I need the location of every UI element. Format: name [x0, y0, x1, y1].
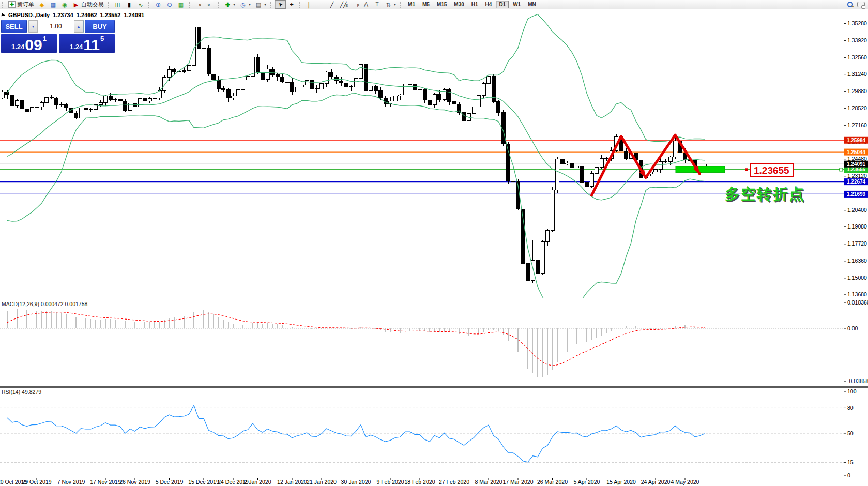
new-order-button-label: 新订单 [17, 1, 34, 8]
new-order-button[interactable]: ✚新订单 [6, 0, 36, 9]
timeframe-h4[interactable]: H4 [482, 1, 495, 8]
price-badge-1.25984: 1.25984 [844, 137, 868, 144]
svg-text:1.24091: 1.24091 [847, 161, 866, 167]
price-callout[interactable]: 1.23655 [750, 163, 794, 177]
candlestick-chart-button[interactable]: ▮ [124, 0, 135, 9]
signal-icon: ◉ [61, 1, 68, 8]
indicators-button[interactable]: ✚▾ [222, 0, 237, 9]
price-badge-1.22674: 1.22674 [844, 178, 868, 185]
chart-title: GBPUSD-,Daily 1.23734 1.24662 1.23552 1.… [2, 12, 144, 18]
dropdown-caret-icon: ▾ [264, 2, 266, 7]
sell-quote[interactable]: 1.24 09 1 [1, 34, 57, 53]
search-icon[interactable] [847, 2, 853, 7]
svg-text:1.13680: 1.13680 [847, 291, 867, 297]
volume-up-button[interactable]: ▲ [74, 20, 83, 33]
volume-down-button[interactable]: ▼ [28, 20, 38, 33]
equidistant-channel-button[interactable]: ╱╱E [338, 0, 349, 9]
horizontal-line-button[interactable]: ─ [315, 0, 326, 9]
chart-canvas[interactable]: 1.352801.339201.325601.312401.298801.285… [0, 9, 868, 486]
sell-button[interactable]: SELL [1, 20, 27, 33]
shapes-icon: ⇅ [385, 1, 392, 8]
chart-area[interactable]: GBPUSD-,Daily 1.23734 1.24662 1.23552 1.… [0, 9, 868, 486]
svg-text:0: 0 [847, 472, 850, 478]
macd-value-signal: 0.001758 [65, 301, 88, 307]
timeframe-m15[interactable]: M15 [434, 1, 450, 8]
textA-icon: A [362, 1, 370, 8]
toolbar-grip [299, 2, 302, 8]
ohlc-close: 1.24091 [124, 12, 144, 18]
svg-text:100: 100 [847, 388, 857, 394]
fibo-icon: ┄F [351, 1, 358, 8]
arrows-button[interactable]: ⇅▾ [383, 0, 398, 9]
date-label: 29 Oct 2019 [22, 479, 51, 485]
clock-icon: ◷ [239, 1, 247, 8]
chart-shift-button[interactable]: ⇤ [204, 0, 216, 9]
zoomout-icon: ⊖ [166, 1, 173, 8]
hline-anchor-handle[interactable] [840, 168, 843, 171]
annotation-text[interactable]: 多空转折点 [725, 184, 805, 205]
support-zone-bar[interactable] [676, 166, 725, 173]
sell-price-base: 1.24 [11, 43, 24, 51]
signals-button[interactable]: ◉ [59, 0, 70, 9]
svg-text:1.33920: 1.33920 [847, 37, 867, 43]
buy-button[interactable]: BUY [85, 20, 115, 33]
metaeditor-button[interactable]: ◆ [36, 0, 48, 9]
timeframe-w1[interactable]: W1 [510, 1, 524, 8]
volume-value[interactable]: 1.00 [38, 20, 74, 33]
channel-icon: ╱╱E [340, 1, 347, 8]
svg-text:1.29880: 1.29880 [847, 88, 867, 94]
vertical-line-button[interactable]: │ [303, 0, 315, 9]
chart-corner-icon [1, 13, 5, 17]
auto-scroll-button[interactable]: ⇥ [193, 0, 204, 9]
text-label-button[interactable]: T [372, 0, 383, 9]
templates-button[interactable]: ▤▾ [253, 0, 268, 9]
chat-icon[interactable] [857, 2, 865, 7]
zoom-in-button[interactable]: ⊕ [153, 0, 164, 9]
buy-quote[interactable]: 1.24 11 5 [59, 34, 115, 53]
new-order-icon: ✚ [8, 1, 16, 8]
play-icon: ▶ [72, 1, 80, 8]
date-label: 17 Nov 2019 [90, 479, 121, 485]
date-axis[interactable]: 20 Oct 201929 Oct 20197 Nov 201917 Nov 2… [0, 478, 699, 485]
autotrading-button[interactable]: ▶自动交易 [70, 0, 106, 9]
bar-chart-button[interactable]: ||| [112, 0, 124, 9]
buy-price-point: 5 [100, 35, 104, 42]
date-label: 21 Jan 2020 [307, 479, 337, 485]
zoom-out-button[interactable]: ⊖ [164, 0, 175, 9]
cursor-button[interactable]: ➤ [275, 0, 286, 9]
toolbar-grip [108, 2, 111, 8]
svg-text:1.25984: 1.25984 [847, 138, 866, 143]
timeframe-m5[interactable]: M5 [419, 1, 433, 8]
timeframe-mn[interactable]: MN [525, 1, 539, 8]
date-label: 30 Jan 2020 [341, 479, 371, 485]
timeframe-m1[interactable]: M1 [405, 1, 418, 8]
template-icon: ▤ [255, 1, 262, 8]
crosshair-button[interactable]: + [286, 0, 297, 9]
date-label: 17 Mar 2020 [503, 479, 534, 485]
timeframe-m30[interactable]: M30 [451, 1, 467, 8]
price-badge-1.21693: 1.21693 [844, 191, 868, 198]
fibonacci-button[interactable]: ┄F [349, 0, 360, 9]
market-watch-button[interactable]: ▦ [48, 0, 59, 9]
svg-text:1.23120: 1.23120 [847, 173, 867, 179]
date-label: 7 Nov 2019 [57, 479, 85, 485]
tile-windows-button[interactable]: ▦ [175, 0, 187, 9]
macd-value-main: 0.000472 [41, 301, 64, 307]
sell-price-point: 1 [43, 35, 47, 42]
line-chart-button[interactable]: ∿ [135, 0, 146, 9]
periods-button[interactable]: ◷▾ [237, 0, 253, 9]
svg-text:1.35280: 1.35280 [847, 20, 867, 26]
date-label: 8 Mar 2020 [475, 479, 502, 485]
bars-icon: ||| [114, 1, 121, 8]
date-label: 15 Dec 2019 [188, 479, 219, 485]
rsi-label: RSI(14) 49.8279 [2, 389, 41, 395]
timeframe-d1[interactable]: D1 [496, 1, 509, 8]
date-label: 4 May 2020 [671, 479, 699, 485]
ohlc-high: 1.24662 [77, 12, 97, 18]
timeframe-h1[interactable]: H1 [468, 1, 481, 8]
trendline-button[interactable]: ╱ [326, 0, 338, 9]
svg-text:1.25044: 1.25044 [847, 149, 866, 155]
svg-text:1.28520: 1.28520 [847, 105, 867, 111]
mt4-window: ✚新订单◆▦◉▶自动交易|||▮∿⊕⊖▦⇥⇤✚▾◷▾▤▾➤+│─╱╱╱E┄FAT… [0, 0, 868, 486]
text-button[interactable]: A [360, 0, 372, 9]
